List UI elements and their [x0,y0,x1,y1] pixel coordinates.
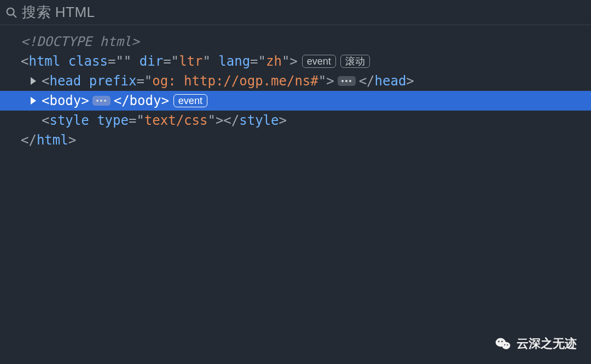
style-tag: style [49,111,89,130]
html-attr-class-name: class [68,51,108,71]
watermark: 云深之无迹 [495,336,577,352]
html-close-row[interactable]: </html> [0,130,591,150]
body-row[interactable]: <body> </body> event [0,91,591,111]
dom-tree: <!DOCTYPE html> <html class="" dir="ltr"… [0,25,591,150]
head-attr-prefix-name: prefix [89,71,137,91]
html-open-row[interactable]: <html class="" dir="ltr" lang="zh"> even… [0,51,591,71]
ellipsis-icon[interactable] [92,96,111,106]
head-attr-prefix-value: og: http://ogp.me/ns# [152,71,318,91]
html-tag: html [28,51,60,71]
style-attr-type-name: type [97,111,129,130]
html-attr-lang-value: zh [266,51,282,71]
scroll-badge[interactable]: 滚动 [340,55,370,68]
body-tag: body [49,91,81,111]
svg-point-4 [498,341,500,343]
event-badge[interactable]: event [173,94,207,107]
event-badge[interactable]: event [302,55,336,68]
svg-point-7 [507,344,508,345]
ellipsis-icon[interactable] [338,76,356,86]
expand-arrow-icon[interactable] [31,77,36,85]
search-icon [5,7,18,19]
svg-point-6 [504,344,505,345]
style-row[interactable]: <style type="text/css"></style> [0,111,591,130]
dom-search-bar[interactable] [0,0,591,25]
style-attr-type-value: text/css [144,111,208,130]
svg-line-1 [13,14,16,17]
head-row[interactable]: <head prefix="og: http://ogp.me/ns#"> </… [0,71,591,91]
dom-search-input[interactable] [22,4,586,21]
wechat-icon [495,336,511,352]
svg-point-5 [501,341,503,343]
style-close-tag: style [239,111,279,130]
doctype-text: <!DOCTYPE html> [21,32,140,51]
expand-arrow-icon[interactable] [31,97,36,105]
doctype-row[interactable]: <!DOCTYPE html> [0,32,591,51]
head-tag: head [49,71,81,91]
html-close-tag: html [37,130,68,150]
head-close-tag: head [375,71,407,91]
watermark-text: 云深之无迹 [517,336,577,352]
body-close-tag: body [130,91,161,111]
html-attr-dir-name: dir [140,51,163,71]
html-attr-lang-name: lang [218,51,250,71]
html-attr-dir-value: ltr [179,51,202,71]
svg-point-3 [502,342,510,349]
